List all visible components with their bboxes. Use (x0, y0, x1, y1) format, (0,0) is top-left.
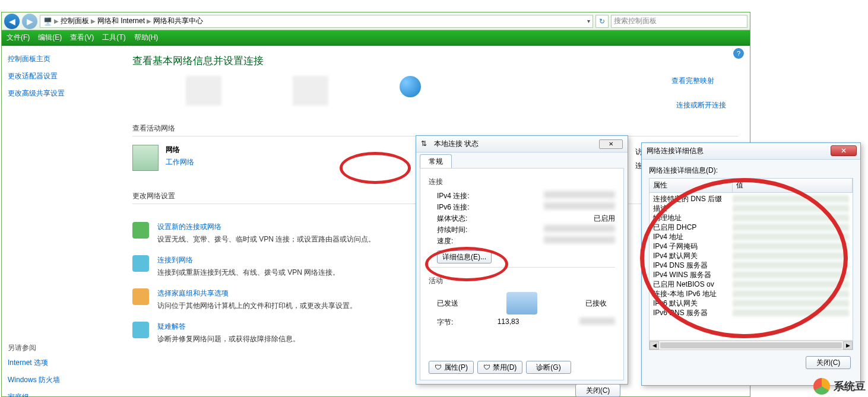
grid-row[interactable]: IPv4 DNS 服务器 (650, 261, 853, 270)
forward-button[interactable]: ▶ (22, 14, 37, 29)
sent-label: 已发送 (437, 298, 458, 309)
connect-disconnect-link[interactable]: 连接或断开连接 (676, 100, 726, 110)
dropdown-icon[interactable]: ▾ (587, 18, 590, 24)
setting-icon (132, 322, 149, 338)
col-attribute[interactable]: 属性 (650, 179, 733, 192)
dialog-titlebar[interactable]: ⇅ 本地连接 状态 ✕ (416, 136, 628, 153)
attr-name: IPv4 DNS 服务器 (653, 261, 733, 271)
scroll-right-icon[interactable]: ▶ (843, 341, 853, 350)
horizontal-scrollbar[interactable]: ◀ ▶ (650, 340, 853, 350)
close-button[interactable]: ✕ (831, 145, 857, 156)
content-area: 控制面板主页 更改适配器设置 更改高级共享设置 另请参阅 Internet 选项… (2, 46, 750, 396)
setting-title-link[interactable]: 选择家庭组和共享选项 (157, 288, 357, 298)
network-icon (293, 76, 328, 106)
ipv6-conn-value (544, 202, 615, 209)
grid-row[interactable]: 已启用 NetBIOS ov (650, 280, 853, 289)
setting-title-link[interactable]: 设置新的连接或网络 (157, 222, 375, 232)
bytes-label: 字节: (437, 317, 498, 328)
sidebar: 控制面板主页 更改适配器设置 更改高级共享设置 另请参阅 Internet 选项… (2, 46, 121, 396)
disable-button[interactable]: 🛡禁用(D) (477, 361, 522, 374)
attr-value (733, 309, 849, 316)
close-dialog-button[interactable]: 关闭(C) (575, 384, 620, 397)
computer-icon (186, 76, 221, 106)
setting-icon (132, 288, 149, 305)
attr-value (733, 252, 849, 259)
refresh-button[interactable]: ↻ (595, 15, 609, 28)
menu-tools[interactable]: 工具(T) (102, 33, 125, 43)
search-input[interactable]: 搜索控制面板 (611, 15, 747, 28)
grid-row[interactable]: IPv6 DNS 服务器 (650, 308, 853, 317)
setting-title-link[interactable]: 疑难解答 (157, 322, 300, 332)
attr-value (733, 243, 849, 250)
menu-view[interactable]: 查看(V) (70, 33, 94, 43)
local-connection-status-dialog: ⇅ 本地连接 状态 ✕ 常规 连接 IPv4 连接: IPv6 连接: 媒体状态… (416, 135, 628, 385)
col-value[interactable]: 值 (733, 179, 853, 192)
server-icon (132, 145, 159, 171)
network-connection-details-dialog: 网络连接详细信息 ✕ 网络连接详细信息(D): 属性 值 连接特定的 DNS 后… (641, 142, 861, 386)
grid-row[interactable]: IPv4 WINS 服务器 (650, 270, 853, 280)
breadcrumb-root[interactable]: 控制面板 (61, 16, 89, 26)
attr-name: 连接特定的 DNS 后缀 (653, 194, 733, 204)
menu-help[interactable]: 帮助(H) (134, 33, 159, 43)
duration-label: 持续时间: (437, 225, 544, 235)
grid-row[interactable]: IPv4 地址 (650, 232, 853, 242)
search-placeholder: 搜索控制面板 (614, 16, 657, 26)
grid-row[interactable]: IPv4 默认网关 (650, 251, 853, 261)
attr-value (733, 281, 849, 288)
grid-row[interactable]: 连接特定的 DNS 后缀 (650, 194, 853, 204)
attr-name: 已启用 DHCP (653, 223, 733, 233)
sidebar-windows-firewall[interactable]: Windows 防火墙 (8, 375, 115, 385)
attr-name: 描述 (653, 204, 733, 214)
view-full-map-link[interactable]: 查看完整映射 (671, 76, 714, 86)
grid-row[interactable]: IPv6 默认网关 (650, 298, 853, 308)
close-dialog-button[interactable]: 关闭(C) (806, 356, 851, 369)
attr-value (733, 233, 849, 240)
sidebar-control-panel-home[interactable]: 控制面板主页 (8, 54, 115, 64)
dialog-title: 网络连接详细信息 (647, 146, 704, 156)
diagnose-button[interactable]: 诊断(G) (526, 361, 571, 374)
breadcrumb[interactable]: 🖥️ ▶ 控制面板 ▶ 网络和 Internet ▶ 网络和共享中心 ▾ (40, 15, 593, 28)
network-type-link[interactable]: 工作网络 (166, 158, 194, 166)
grid-row[interactable]: 物理地址 (650, 213, 853, 223)
setting-desc: 访问位于其他网络计算机上的文件和打印机，或更改共享设置。 (157, 301, 357, 311)
breadcrumb-leaf[interactable]: 网络和共享中心 (153, 16, 203, 26)
menu-bar: 文件(F) 编辑(E) 查看(V) 工具(T) 帮助(H) (2, 30, 750, 46)
close-button[interactable]: ✕ (599, 139, 623, 149)
network-name: 网络 (166, 145, 194, 155)
menu-edit[interactable]: 编辑(E) (38, 33, 62, 43)
address-bar: ◀ ▶ 🖥️ ▶ 控制面板 ▶ 网络和 Internet ▶ 网络和共享中心 ▾… (2, 12, 750, 30)
network-map-row: 查看完整映射 (186, 76, 738, 106)
menu-file[interactable]: 文件(F) (7, 33, 30, 43)
sidebar-internet-options[interactable]: Internet 选项 (8, 358, 115, 368)
see-also-title: 另请参阅 (8, 343, 115, 353)
back-button[interactable]: ◀ (4, 14, 20, 29)
shield-icon: 🛡 (435, 363, 442, 371)
sidebar-homegroup[interactable]: 家庭组 (8, 392, 115, 397)
attr-value (733, 214, 849, 221)
attr-name: IPv6 默认网关 (653, 298, 733, 309)
setting-title-link[interactable]: 连接到网络 (157, 255, 340, 265)
details-button[interactable]: 详细信息(E)... (437, 250, 492, 263)
internet-globe-icon (400, 76, 421, 97)
sidebar-advanced-sharing[interactable]: 更改高级共享设置 (8, 88, 115, 99)
setting-icon (132, 255, 149, 272)
grid-row[interactable]: 已启用 DHCP (650, 223, 853, 232)
setting-desc: 设置无线、宽带、拨号、临时或 VPN 连接；或设置路由器或访问点。 (157, 234, 375, 244)
activity-group-title: 活动 (429, 276, 615, 286)
dialog-titlebar[interactable]: 网络连接详细信息 ✕ (642, 143, 860, 160)
speed-label: 速度: (437, 236, 544, 246)
scroll-left-icon[interactable]: ◀ (650, 341, 659, 350)
attr-name: 物理地址 (653, 213, 733, 223)
grid-row[interactable]: 描述 (650, 204, 853, 213)
breadcrumb-mid[interactable]: 网络和 Internet (97, 16, 145, 26)
grid-row[interactable]: IPv4 子网掩码 (650, 242, 853, 251)
scroll-thumb[interactable] (660, 342, 842, 348)
tab-general[interactable]: 常规 (420, 154, 452, 169)
dialog-body: 连接 IPv4 连接: IPv6 连接: 媒体状态:已启用 持续时间: 速度: … (420, 168, 624, 380)
properties-button[interactable]: 🛡属性(P) (429, 361, 474, 374)
grid-row[interactable]: 连接-本地 IPv6 地址 (650, 289, 853, 298)
sidebar-change-adapter[interactable]: 更改适配器设置 (8, 71, 115, 81)
setting-desc: 连接到或重新连接到无线、有线、拨号或 VPN 网络连接。 (157, 268, 340, 278)
dialog-body: 网络连接详细信息(D): 属性 值 连接特定的 DNS 后缀描述物理地址已启用 … (642, 160, 860, 375)
attr-value (733, 205, 849, 212)
